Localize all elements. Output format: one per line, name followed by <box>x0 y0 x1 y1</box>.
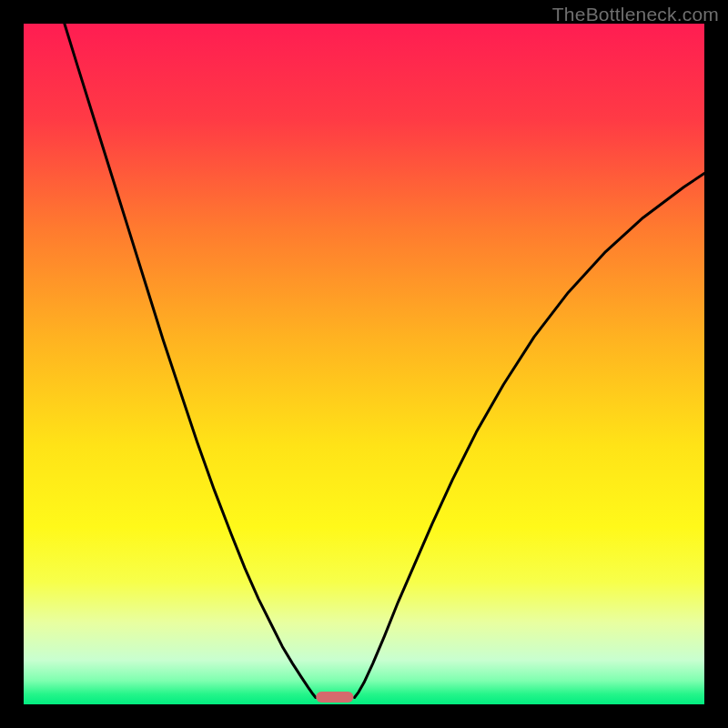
gradient-background <box>24 24 704 704</box>
watermark-text: TheBottleneck.com <box>552 4 719 25</box>
optimal-marker <box>316 692 353 703</box>
chart-frame <box>24 24 704 704</box>
bottleneck-chart <box>24 24 704 704</box>
